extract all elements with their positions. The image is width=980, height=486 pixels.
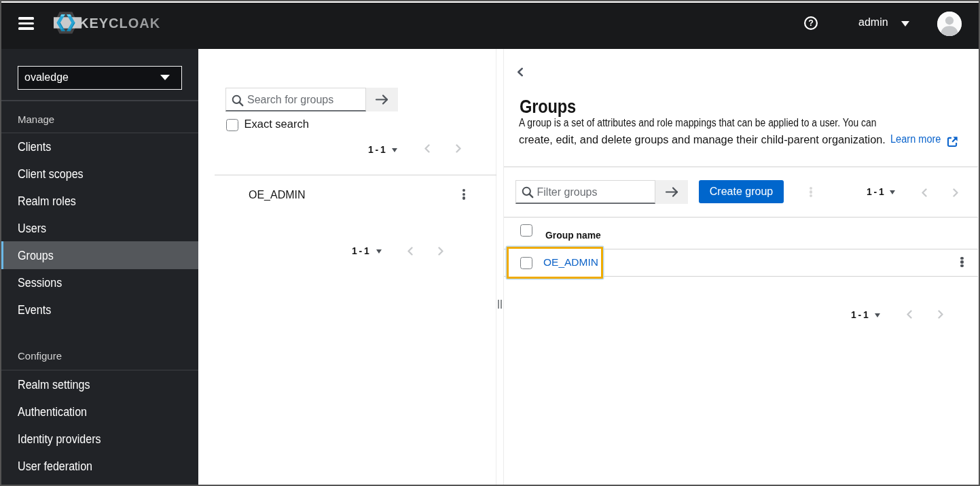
svg-text:?: ? [808, 18, 814, 28]
svg-text:KEYCLOAK: KEYCLOAK [79, 16, 160, 31]
